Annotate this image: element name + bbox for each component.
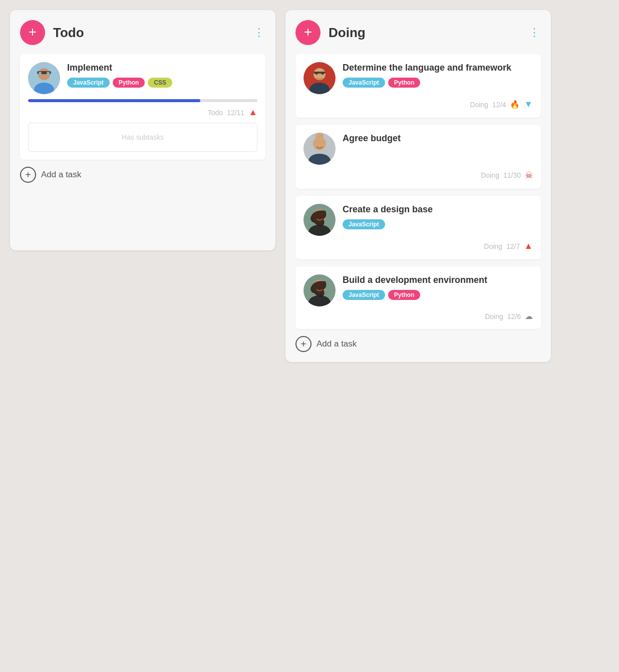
task-design-status: Doing — [484, 242, 502, 250]
task-determine: Determine the language and framework Jav… — [295, 54, 541, 118]
todo-add-task-row[interactable]: + Add a task — [20, 167, 265, 183]
task-dev-env-top: Build a development environment JavaScri… — [303, 274, 533, 306]
task-implement-top: Implement JavaScript Python CSS — [28, 62, 257, 94]
task-budget-status: Doing — [481, 171, 499, 179]
tag-python-2: Python — [388, 78, 421, 88]
task-design-avatar — [303, 204, 336, 236]
todo-column-header: + Todo ⋮ — [20, 20, 265, 45]
task-determine-status: Doing — [470, 101, 488, 109]
todo-column-title: Todo — [53, 25, 253, 41]
task-dev-env-avatar — [303, 274, 336, 306]
doing-more-button[interactable]: ⋮ — [529, 27, 541, 38]
doing-column-title: Doing — [329, 25, 529, 41]
doing-add-button[interactable]: + — [295, 20, 321, 45]
tag-css: CSS — [148, 78, 172, 88]
tag-javascript-2: JavaScript — [343, 78, 385, 88]
svg-point-5 — [47, 72, 50, 75]
task-determine-tags: JavaScript Python — [343, 78, 533, 88]
task-dev-env-title: Build a development environment — [343, 274, 533, 286]
svg-point-4 — [39, 72, 42, 75]
todo-add-button[interactable]: + — [20, 20, 45, 45]
task-determine-info: Determine the language and framework Jav… — [343, 62, 533, 88]
tag-javascript: JavaScript — [67, 78, 110, 88]
task-budget-info: Agree budget — [343, 133, 533, 148]
todo-more-button[interactable]: ⋮ — [253, 27, 265, 38]
task-design-title: Create a design base — [343, 204, 533, 215]
tag-python-3: Python — [388, 290, 421, 300]
doing-column: + Doing ⋮ — [285, 10, 551, 362]
task-budget-avatar — [303, 133, 336, 165]
doing-add-task-icon[interactable]: + — [295, 336, 312, 352]
task-budget-footer: Doing 11/30 ☠ — [303, 170, 533, 181]
task-determine-top: Determine the language and framework Jav… — [303, 62, 533, 94]
task-design-date: 12/7 — [506, 242, 520, 250]
task-design-tags: JavaScript — [343, 219, 533, 229]
task-budget-top: Agree budget — [303, 133, 533, 165]
task-determine-avatar — [303, 62, 336, 94]
todo-column: + Todo ⋮ Implement — [10, 10, 275, 250]
task-design-info: Create a design base JavaScript — [343, 204, 533, 229]
task-implement-title: Implement — [67, 62, 257, 74]
svg-point-7 — [314, 68, 326, 80]
task-determine-date: 12/4 — [492, 101, 506, 109]
tag-javascript-4: JavaScript — [343, 290, 385, 300]
task-budget-date: 11/30 — [503, 171, 521, 179]
board: + Todo ⋮ Implement — [10, 10, 609, 362]
task-budget-title: Agree budget — [343, 133, 533, 144]
priority-up-icon-2: ▲ — [524, 241, 533, 251]
task-dev-env: Build a development environment JavaScri… — [295, 266, 541, 329]
task-implement: Implement JavaScript Python CSS Todo 12/… — [20, 54, 265, 160]
todo-add-task-label: Add a task — [41, 170, 81, 180]
task-design-top: Create a design base JavaScript — [303, 204, 533, 236]
doing-add-task-row[interactable]: + Add a task — [295, 336, 541, 352]
doing-add-task-label: Add a task — [317, 339, 357, 349]
task-dev-env-info: Build a development environment JavaScri… — [343, 274, 533, 300]
task-implement-status: Todo — [208, 109, 223, 117]
task-implement-date: 12/11 — [227, 109, 244, 117]
priority-cloud-icon: ☁ — [525, 311, 533, 321]
priority-skull-icon: ☠ — [525, 170, 533, 181]
priority-up-icon: ▲ — [248, 107, 257, 118]
task-dev-env-status: Doing — [485, 312, 503, 320]
task-budget: Agree budget Doing 11/30 ☠ — [295, 125, 541, 189]
svg-point-10 — [316, 73, 318, 75]
tag-python: Python — [113, 78, 145, 88]
todo-add-task-icon[interactable]: + — [20, 167, 36, 183]
svg-point-15 — [316, 133, 324, 141]
doing-column-header: + Doing ⋮ — [295, 20, 541, 45]
priority-fire-icon: 🔥 — [510, 100, 520, 109]
task-dev-env-footer: Doing 12/6 ☁ — [303, 311, 533, 321]
task-design: Create a design base JavaScript Doing 12… — [295, 196, 541, 259]
task-implement-progress-wrap — [28, 99, 257, 102]
task-determine-footer: Doing 12/4 🔥 ▼ — [303, 99, 533, 110]
task-dev-env-date: 12/6 — [507, 312, 521, 320]
task-determine-title: Determine the language and framework — [343, 62, 533, 74]
task-implement-tags: JavaScript Python CSS — [67, 78, 257, 88]
task-implement-footer: Todo 12/11 ▲ — [28, 107, 257, 118]
svg-point-11 — [322, 73, 324, 75]
tag-javascript-3: JavaScript — [343, 219, 385, 229]
task-dev-env-tags: JavaScript Python — [343, 290, 533, 300]
task-implement-avatar — [28, 62, 60, 94]
task-design-footer: Doing 12/7 ▲ — [303, 241, 533, 251]
task-implement-progress-fill — [28, 99, 200, 102]
task-implement-info: Implement JavaScript Python CSS — [67, 62, 257, 88]
task-implement-subtasks: Has subtasks — [28, 123, 257, 152]
priority-down-icon: ▼ — [524, 99, 533, 110]
